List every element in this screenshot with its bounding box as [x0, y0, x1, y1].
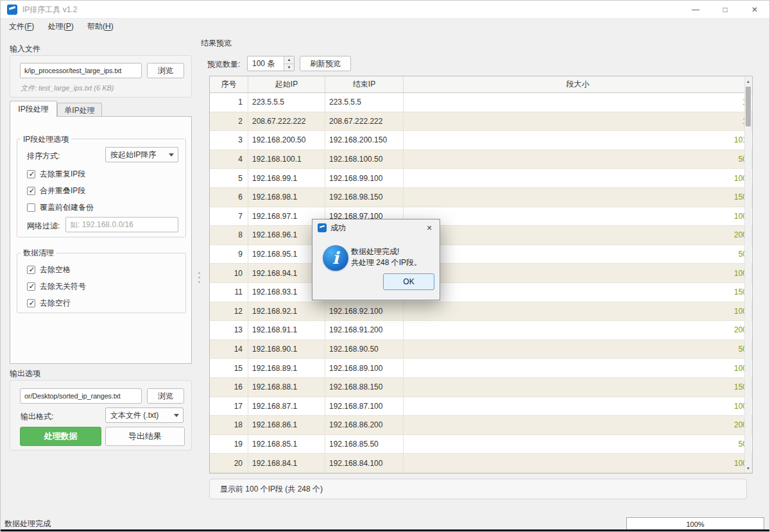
dialog-close-icon[interactable]: ✕ [419, 219, 440, 236]
menu-help[interactable]: 帮助(H) [81, 19, 119, 34]
cell-end-ip: 192.168.99.100 [325, 169, 404, 188]
table-row[interactable]: 15192.168.89.1192.168.89.100100 [210, 359, 752, 378]
table-row[interactable]: 20192.168.84.1192.168.84.100100 [210, 454, 752, 473]
output-path-field[interactable] [20, 388, 142, 404]
checkbox-box [27, 170, 35, 178]
export-result-button[interactable]: 导出结果 [105, 427, 185, 446]
cell-index: 19 [210, 435, 248, 454]
cell-end-ip: 192.168.86.200 [325, 416, 404, 435]
input-path-field[interactable] [20, 63, 142, 78]
output-browse-button[interactable]: 浏览 [147, 388, 184, 404]
table-row[interactable]: 14192.168.90.1192.168.90.5050 [210, 340, 752, 359]
ok-button[interactable]: OK [383, 273, 434, 290]
table-row[interactable]: 1223.5.5.5223.5.5.51 [210, 93, 752, 112]
close-icon[interactable]: ✕ [740, 1, 769, 19]
splitter-handle[interactable] [197, 264, 201, 291]
cell-end-ip: 192.168.88.150 [325, 378, 404, 397]
table-row[interactable]: 13192.168.91.1192.168.91.200200 [210, 321, 752, 340]
cell-index: 5 [210, 169, 248, 188]
table-row[interactable]: 17192.168.87.1192.168.87.100100 [210, 397, 752, 416]
output-format-label: 输出格式: [21, 411, 53, 422]
sort-mode-label: 排序方式: [27, 151, 60, 162]
cell-index: 11 [210, 283, 248, 302]
tab-single-ip[interactable]: 单IP处理 [57, 103, 102, 117]
minimize-icon[interactable]: — [681, 1, 710, 19]
table-row[interactable]: 11192.168.93.1192.168.93.150150 [210, 283, 752, 302]
network-filter-input[interactable] [65, 217, 178, 232]
checkbox-remove-symbols[interactable]: 去除无关符号 [27, 281, 86, 291]
checkbox-label: 去除空行 [40, 298, 71, 309]
column-header[interactable]: 结束IP [325, 76, 404, 92]
maximize-icon[interactable]: □ [710, 1, 740, 19]
menu-label: 文件( [9, 22, 27, 31]
chevron-down-icon [169, 153, 174, 157]
preview-count-spinner[interactable]: 100 条 ▲ ▼ [247, 56, 295, 71]
menu-file[interactable]: 文件(F) [3, 19, 40, 34]
results-table: 序号起始IP结束IP段大小 1223.5.5.5223.5.5.512208.6… [209, 76, 753, 474]
spin-up-icon[interactable]: ▲ [284, 56, 294, 64]
cell-size: 50 [404, 340, 752, 359]
success-dialog: 成功 ✕ i 数据处理完成! 共处理 248 个IP段。 OK [312, 219, 440, 300]
cell-size: 100 [404, 169, 752, 188]
table-row[interactable]: 8192.168.96.1192.168.96.200200 [210, 226, 752, 245]
checkbox-merge-overlap[interactable]: 合并重叠IP段 [27, 185, 85, 196]
preview-count-value: 100 条 [252, 56, 275, 71]
cell-end-ip: 192.168.84.100 [325, 454, 404, 473]
cell-index: 8 [210, 226, 248, 245]
cell-start-ip: 192.168.91.1 [248, 321, 325, 340]
vertical-scrollbar[interactable]: ▲ ▼ [744, 77, 751, 472]
cell-end-ip: 223.5.5.5 [325, 93, 404, 112]
cell-start-ip: 192.168.92.1 [248, 302, 325, 322]
cell-end-ip: 192.168.90.50 [325, 340, 404, 359]
input-browse-button[interactable]: 浏览 [147, 63, 184, 78]
menu-bar: 文件(F) 处理(P) 帮助(H) [1, 19, 769, 34]
cell-start-ip: 192.168.99.1 [248, 169, 325, 188]
table-row[interactable]: 5192.168.99.1192.168.99.100100 [210, 169, 752, 188]
app-icon [7, 4, 17, 15]
cell-size: 150 [404, 283, 752, 302]
cell-start-ip: 192.168.100.1 [248, 150, 325, 169]
column-header[interactable]: 序号 [210, 76, 248, 92]
scroll-up-icon[interactable]: ▲ [745, 77, 751, 85]
checkbox-backup-before-overwrite[interactable]: 覆盖前创建备份 [27, 202, 94, 212]
spin-down-icon[interactable]: ▼ [284, 64, 294, 71]
checkbox-remove-duplicates[interactable]: 去除重复IP段 [27, 169, 85, 179]
checkbox-remove-empty-lines[interactable]: 去除空行 [27, 298, 71, 308]
table-row[interactable]: 3192.168.200.50192.168.200.150101 [210, 131, 752, 150]
taskbar-edge [1, 529, 769, 531]
cell-end-ip: 192.168.200.150 [325, 131, 404, 150]
cell-index: 1 [210, 93, 248, 112]
table-row[interactable]: 6192.168.98.1192.168.98.150150 [210, 188, 752, 207]
info-icon: i [323, 245, 348, 271]
table-row[interactable]: 9192.168.95.1192.168.95.5050 [210, 245, 752, 264]
column-header[interactable]: 起始IP [248, 76, 325, 92]
table-row[interactable]: 16192.168.88.1192.168.88.150150 [210, 378, 752, 397]
output-frame: 浏览 输出格式: 文本文件 (.txt) 处理数据 导出结果 [10, 380, 192, 450]
column-header[interactable]: 段大小 [404, 76, 752, 92]
cell-size: 200 [404, 416, 752, 435]
cell-size: 150 [404, 188, 752, 207]
refresh-preview-button[interactable]: 刷新预览 [300, 56, 351, 71]
ip-range-tab-pane: IP段处理选项 排序方式: 按起始IP降序 去除重复IP段 合并重叠IP段 覆盖… [10, 116, 192, 364]
table-row[interactable]: 4192.168.100.1192.168.100.5050 [210, 150, 752, 169]
table-row[interactable]: 18192.168.86.1192.168.86.200200 [210, 416, 752, 435]
table-row[interactable]: 7192.168.97.1192.168.97.100100 [210, 207, 752, 227]
menu-process[interactable]: 处理(P) [42, 19, 80, 34]
sort-mode-value: 按起始IP降序 [110, 150, 156, 160]
checkbox-remove-spaces[interactable]: 去除空格 [27, 264, 71, 275]
tab-ip-range[interactable]: IP段处理 [10, 101, 57, 117]
dialog-message: 数据处理完成! 共处理 248 个IP段。 [351, 246, 422, 268]
table-row[interactable]: 12192.168.92.1192.168.92.100100 [210, 302, 752, 322]
scrollbar-thumb[interactable] [746, 87, 751, 126]
table-row[interactable]: 2208.67.222.222208.67.222.2221 [210, 112, 752, 132]
cell-size: 100 [404, 454, 752, 473]
sort-mode-select[interactable]: 按起始IP降序 [105, 147, 178, 162]
table-row[interactable]: 10192.168.94.1192.168.94.100100 [210, 264, 752, 283]
table-row[interactable]: 19192.168.85.1192.168.85.5050 [210, 435, 752, 454]
scroll-down-icon[interactable]: ▼ [745, 464, 751, 472]
output-section-title: 输出选项 [10, 368, 40, 379]
output-format-select[interactable]: 文本文件 (.txt) [105, 408, 184, 423]
cell-size: 1 [404, 93, 752, 112]
preview-section-title: 结果预览 [201, 38, 232, 49]
process-data-button[interactable]: 处理数据 [20, 427, 101, 446]
